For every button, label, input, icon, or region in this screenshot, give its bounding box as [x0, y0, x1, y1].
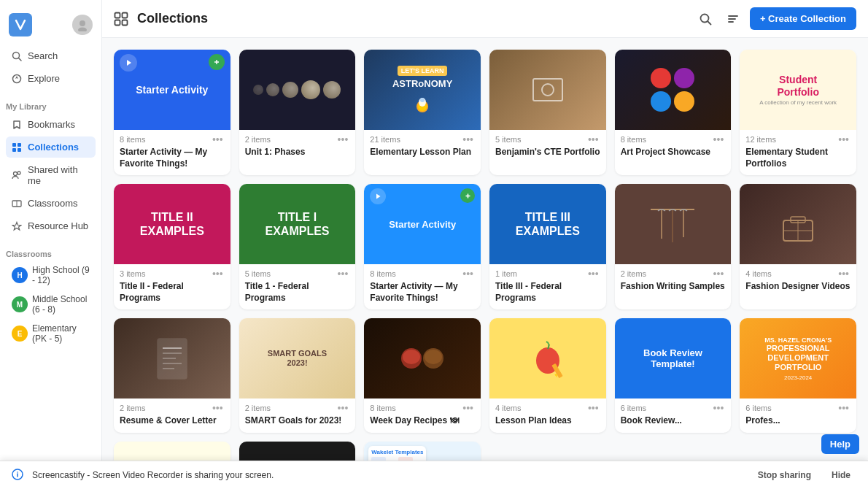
- card-more-button[interactable]: •••: [336, 269, 350, 279]
- card-smart-goals[interactable]: SMART GOALS2023! 2 items ••• SMART Goals…: [239, 318, 356, 433]
- card-title3[interactable]: TITLE IIIEXAMPLES 1 item ••• Title III -…: [489, 184, 606, 309]
- middle-school-dot: M: [12, 296, 28, 312]
- card-more-button[interactable]: •••: [461, 269, 475, 279]
- card-lesson-plan[interactable]: 4 items ••• Lesson Plan Ideas: [489, 318, 606, 433]
- card-title: Book Review...: [621, 415, 726, 427]
- card-more-button[interactable]: •••: [336, 403, 350, 413]
- card-title: Elementary Lesson Plan: [370, 147, 475, 158]
- card-more-button[interactable]: •••: [211, 269, 225, 279]
- card-count: 12 items: [745, 135, 776, 144]
- stop-sharing-button[interactable]: Stop sharing: [752, 467, 817, 483]
- svg-rect-6: [12, 143, 16, 147]
- sidebar-item-classrooms[interactable]: Classrooms: [6, 193, 96, 214]
- svg-point-1: [78, 28, 87, 32]
- svg-point-10: [14, 172, 18, 176]
- card-prof-dev[interactable]: MS. HAZEL CRONA'S PROFESSIONALDEVELOPMEN…: [740, 318, 856, 433]
- card-starter-activity[interactable]: Starter Activity 8 items ••• Starter Act…: [114, 50, 230, 175]
- card-count: 8 items: [370, 269, 395, 278]
- svg-point-52: [403, 350, 420, 364]
- card-title: Week Day Recipes 🍽: [370, 415, 475, 427]
- card-starter2[interactable]: Starter Activity 8 items ••• Starter Act…: [364, 184, 481, 309]
- card-recipes[interactable]: 8 items ••• Week Day Recipes 🍽: [364, 318, 481, 433]
- svg-point-32: [542, 84, 554, 96]
- card-title2[interactable]: TITLE IIEXAMPLES 3 items ••• Title II - …: [114, 184, 230, 309]
- svg-marker-24: [127, 60, 131, 66]
- svg-point-61: [17, 471, 18, 473]
- card-more-button[interactable]: •••: [712, 134, 726, 145]
- collections-icon: [114, 12, 128, 26]
- card-more-button[interactable]: •••: [336, 134, 350, 145]
- card-more-button[interactable]: •••: [586, 403, 600, 413]
- svg-rect-18: [123, 20, 128, 25]
- svg-rect-17: [115, 20, 120, 25]
- sidebar-item-search[interactable]: Search: [6, 45, 96, 66]
- help-button[interactable]: Help: [821, 434, 859, 454]
- card-count: 6 items: [621, 404, 646, 412]
- sidebar-item-explore[interactable]: Explore: [6, 68, 96, 89]
- card-count: 8 items: [621, 135, 646, 144]
- hide-button[interactable]: Hide: [826, 467, 856, 483]
- card-more-button[interactable]: •••: [586, 134, 600, 145]
- card-title: Title III - Federal Programs: [495, 281, 600, 304]
- card-title: Title 1 - Federal Programs: [245, 281, 350, 304]
- create-collection-button[interactable]: + Create Collection: [750, 7, 856, 30]
- sidebar-resource-label: Resource Hub: [28, 220, 88, 231]
- svg-marker-14: [12, 222, 21, 230]
- high-school-dot: H: [12, 267, 28, 283]
- card-count: 6 items: [745, 404, 771, 412]
- card-more-button[interactable]: •••: [461, 403, 475, 413]
- svg-line-3: [19, 58, 22, 61]
- card-more-button[interactable]: •••: [211, 134, 225, 145]
- card-resume[interactable]: 2 items ••• Resume & Cover Letter: [114, 318, 230, 433]
- card-elementary-student[interactable]: StudentPortfolio A collection of my rece…: [740, 50, 856, 175]
- card-more-button[interactable]: •••: [712, 269, 726, 279]
- card-more-button[interactable]: •••: [461, 134, 475, 145]
- card-more-button[interactable]: •••: [211, 403, 225, 413]
- search-button[interactable]: [694, 8, 716, 30]
- sidebar-bookmarks-label: Bookmarks: [28, 119, 75, 130]
- main-content: Collections + Create Collection: [102, 0, 868, 489]
- card-art-project[interactable]: 8 items ••• Art Project Showcase: [615, 50, 732, 175]
- card-title: Resume & Cover Letter: [120, 415, 225, 427]
- card-unit1-phases[interactable]: 2 items ••• Unit 1: Phases: [239, 50, 356, 175]
- svg-marker-5: [15, 76, 18, 79]
- card-count: 8 items: [370, 404, 395, 412]
- svg-marker-33: [376, 194, 381, 199]
- sidebar-item-bookmarks[interactable]: Bookmarks: [6, 114, 96, 135]
- card-count: 2 items: [245, 135, 271, 144]
- sidebar-classroom-elementary[interactable]: E Elementary (PK - 5): [6, 320, 96, 347]
- sort-button[interactable]: [722, 8, 744, 30]
- sidebar-item-shared[interactable]: Shared with me: [6, 159, 96, 191]
- page-title: Collections: [137, 11, 686, 26]
- svg-rect-15: [115, 12, 120, 18]
- card-count: 4 items: [745, 269, 771, 278]
- card-title1[interactable]: TITLE IEXAMPLES 5 items ••• Title 1 - Fe…: [239, 184, 356, 309]
- card-fashion-vid[interactable]: 4 items ••• Fashion Designer Videos: [740, 184, 856, 309]
- notification-icon: [12, 469, 23, 482]
- sidebar-classroom-high-school[interactable]: H High School (9 - 12): [6, 261, 96, 289]
- svg-rect-16: [123, 12, 128, 18]
- elementary-dot: E: [12, 326, 28, 342]
- card-benjamin-cte[interactable]: 5 items ••• Benjamin's CTE Portfolio: [489, 50, 606, 175]
- card-more-button[interactable]: •••: [712, 403, 726, 413]
- card-more-button[interactable]: •••: [586, 269, 600, 279]
- card-title: Benjamin's CTE Portfolio: [495, 147, 600, 158]
- sidebar-collections-label: Collections: [28, 142, 79, 153]
- card-more-button[interactable]: •••: [837, 134, 850, 145]
- sidebar-shared-label: Shared with me: [28, 164, 90, 186]
- collections-grid-container: Starter Activity 8 items ••• Starter Act…: [102, 38, 868, 489]
- app-logo: [9, 13, 32, 36]
- sidebar-item-collections[interactable]: Collections: [6, 136, 96, 158]
- svg-rect-31: [533, 79, 562, 101]
- user-avatar[interactable]: [72, 15, 93, 35]
- sidebar-classroom-middle-school[interactable]: M Middle School (6 - 8): [6, 290, 96, 318]
- card-more-button[interactable]: •••: [837, 403, 850, 413]
- card-count: 2 items: [120, 404, 145, 412]
- card-elementary-lesson[interactable]: LET'S LEARN ASTRoNOMY: [364, 50, 481, 175]
- card-fashion-write[interactable]: 2 items ••• Fashion Writing Samples: [615, 184, 732, 309]
- card-book-review[interactable]: Book Review Template! 6 items ••• Book R…: [615, 318, 732, 433]
- sidebar-item-resource-hub[interactable]: Resource Hub: [6, 215, 96, 236]
- card-more-button[interactable]: •••: [837, 269, 850, 279]
- sidebar-explore-label: Explore: [28, 73, 60, 84]
- card-count: 4 items: [495, 404, 521, 412]
